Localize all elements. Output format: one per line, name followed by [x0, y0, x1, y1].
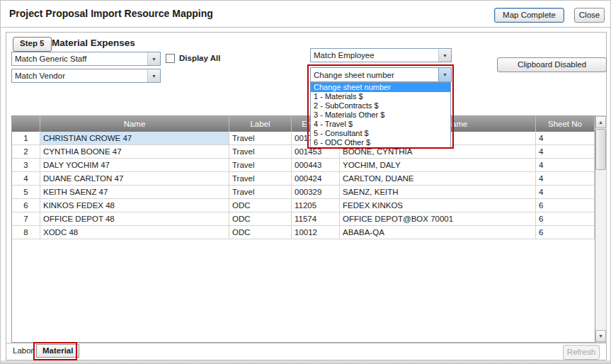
match-generic-staff-dropdown[interactable]: Match Generic Staff ▼ [11, 52, 161, 66]
cell-name[interactable]: CHRISTIAN CROWE 47 [40, 132, 229, 145]
tab-labor[interactable]: Labor [13, 346, 33, 355]
cell-label[interactable]: Travel [229, 145, 292, 159]
section-title: Material Expenses [52, 38, 135, 48]
sheet-number-option[interactable]: 1 - Materials $ [311, 92, 450, 101]
cell-sheet-no[interactable]: 6 [536, 199, 595, 212]
mapping-table: Name Label Emp ID Employee Name Sheet No… [11, 115, 595, 343]
sheet-number-option[interactable]: 5 - Consultant $ [311, 129, 450, 138]
cell-name[interactable]: DUANE CARLTON 47 [40, 172, 229, 186]
table-body: 1CHRISTIAN CROWE 47Travel001742CYNTHIA B… [12, 132, 595, 239]
cell-emp-id[interactable]: 000424 [292, 172, 340, 186]
sheet-number-option[interactable]: 3 - Materials Other $ [311, 110, 450, 120]
cell-emp-id[interactable]: 11574 [292, 212, 340, 226]
cell-label[interactable]: Travel [229, 132, 292, 145]
table-row[interactable]: 5KEITH SAENZ 47Travel000329SAENZ, KEITH4 [12, 186, 595, 199]
cell-name[interactable]: DALY YOCHIM 47 [40, 159, 229, 172]
table-row[interactable]: 8XODC 48ODC10012ABABA-QA6 [12, 226, 595, 239]
cell-label[interactable]: Travel [229, 159, 292, 172]
vertical-scrollbar[interactable]: ▲ ▼ [595, 115, 607, 343]
cell-emp-name[interactable]: CARLTON, DUANE [340, 172, 536, 186]
sheet-number-option[interactable]: 6 - ODC Other $ [311, 138, 450, 147]
scroll-up-button[interactable]: ▲ [595, 116, 606, 128]
cell-emp-name[interactable]: OFFICE DEPOT@BOX 70001 [340, 212, 536, 226]
close-button[interactable]: Close [574, 8, 605, 23]
table-row[interactable]: 1CHRISTIAN CROWE 47Travel00174 [12, 132, 595, 145]
table-row[interactable]: 2CYNTHIA BOONE 47Travel001453BOONE, CYNT… [12, 145, 595, 159]
scroll-down-button[interactable]: ▼ [595, 330, 606, 342]
cell-name[interactable]: KEITH SAENZ 47 [40, 186, 229, 199]
cell-emp-name[interactable]: YOCHIM, DALY [340, 159, 536, 172]
cell-num[interactable]: 8 [12, 226, 40, 239]
cell-sheet-no[interactable]: 6 [536, 226, 595, 239]
cell-label[interactable]: ODC [229, 199, 292, 212]
sheet-number-option[interactable]: Change sheet number [311, 83, 450, 92]
resource-mapping-window: Project Proposal Import Resource Mapping… [0, 0, 611, 364]
chevron-down-icon[interactable]: ▼ [438, 68, 451, 81]
match-employee-dropdown[interactable]: Match Employee ▼ [310, 48, 452, 62]
title-divider [1, 27, 611, 28]
cell-sheet-no[interactable]: 6 [536, 212, 595, 226]
change-sheet-number-value: Change sheet number [311, 71, 438, 79]
table-row[interactable]: 7OFFICE DEPOT 48ODC11574OFFICE DEPOT@BOX… [12, 212, 595, 226]
table-header: Name Label Emp ID Employee Name Sheet No [12, 116, 595, 132]
cell-sheet-no[interactable]: 4 [536, 132, 595, 145]
match-generic-staff-value: Match Generic Staff [12, 55, 147, 63]
match-vendor-value: Match Vendor [12, 72, 147, 80]
chevron-down-icon[interactable]: ▼ [147, 69, 160, 82]
map-complete-button[interactable]: Map Complete [494, 8, 564, 23]
chevron-down-icon[interactable]: ▼ [438, 49, 451, 62]
cell-num[interactable]: 2 [12, 145, 40, 159]
page-title: Project Proposal Import Resource Mapping [9, 8, 213, 19]
cell-emp-name[interactable]: SAENZ, KEITH [340, 186, 536, 199]
cell-name[interactable]: KINKOS FEDEX 48 [40, 199, 229, 212]
cell-emp-id[interactable]: 000443 [292, 159, 340, 172]
match-vendor-dropdown[interactable]: Match Vendor ▼ [11, 69, 161, 83]
cell-emp-name[interactable]: ABABA-QA [340, 226, 536, 239]
chevron-down-icon[interactable]: ▼ [147, 52, 160, 65]
table-row[interactable]: 3DALY YOCHIM 47Travel000443YOCHIM, DALY4 [12, 159, 595, 172]
column-header-name[interactable]: Name [40, 116, 229, 132]
cell-label[interactable]: Travel [229, 186, 292, 199]
cell-emp-id[interactable]: 000329 [292, 186, 340, 199]
cell-label[interactable]: ODC [229, 212, 292, 226]
cell-num[interactable]: 3 [12, 159, 40, 172]
table-row[interactable]: 4DUANE CARLTON 47Travel000424CARLTON, DU… [12, 172, 595, 186]
cell-sheet-no[interactable]: 4 [536, 159, 595, 172]
cell-name[interactable]: OFFICE DEPOT 48 [40, 212, 229, 226]
arrow-up-icon: ▲ [598, 120, 603, 125]
cell-num[interactable]: 5 [12, 186, 40, 199]
change-sheet-number-dropdown[interactable]: Change sheet number ▼ [310, 67, 452, 82]
cell-sheet-no[interactable]: 4 [536, 172, 595, 186]
cell-label[interactable]: ODC [229, 226, 292, 239]
sheet-number-option[interactable]: 4 - Travel $ [311, 120, 450, 129]
cell-sheet-no[interactable]: 4 [536, 145, 595, 159]
table-row[interactable]: 6KINKOS FEDEX 48ODC11205FEDEX KINKOS6 [12, 199, 595, 212]
scrollbar-thumb[interactable] [595, 129, 606, 170]
column-header-label[interactable]: Label [229, 116, 292, 132]
display-all-checkbox[interactable] [166, 54, 175, 63]
refresh-button[interactable]: Refresh [563, 345, 600, 360]
cell-num[interactable]: 6 [12, 199, 40, 212]
cell-emp-id[interactable]: 11205 [292, 199, 340, 212]
cell-name[interactable]: XODC 48 [40, 226, 229, 239]
sheet-number-dropdown-list: Change sheet number1 - Materials $2 - Su… [310, 82, 451, 148]
cell-label[interactable]: Travel [229, 172, 292, 186]
column-header-sheet-no[interactable]: Sheet No [536, 116, 595, 132]
clipboard-disabled-button[interactable]: Clipboard Disabled [497, 57, 607, 72]
window-bottom-edge [1, 360, 611, 364]
arrow-down-icon: ▼ [598, 334, 603, 339]
cell-emp-name[interactable]: FEDEX KINKOS [340, 199, 536, 212]
bottom-divider [6, 343, 606, 343]
match-employee-value: Match Employee [311, 51, 438, 59]
step-5-button[interactable]: Step 5 [13, 37, 52, 52]
cell-num[interactable]: 1 [12, 132, 40, 145]
display-all-label: Display All [179, 54, 220, 62]
cell-num[interactable]: 4 [12, 172, 40, 186]
tab-material[interactable]: Material [36, 344, 79, 358]
cell-emp-id[interactable]: 10012 [292, 226, 340, 239]
cell-sheet-no[interactable]: 4 [536, 186, 595, 199]
sheet-number-option[interactable]: 2 - SubContracts $ [311, 101, 450, 110]
column-header-rownum [12, 116, 40, 132]
cell-num[interactable]: 7 [12, 212, 40, 226]
cell-name[interactable]: CYNTHIA BOONE 47 [40, 145, 229, 159]
